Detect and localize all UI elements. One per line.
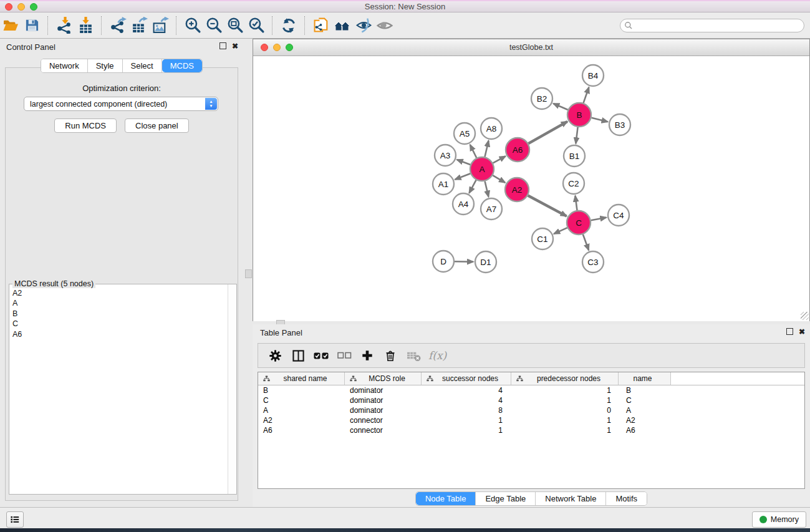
- graph-node-A7[interactable]: A7: [481, 198, 502, 220]
- first-neighbors-icon[interactable]: [332, 16, 353, 36]
- float-table-panel-icon[interactable]: [786, 328, 793, 335]
- graph-edge-C-C4[interactable]: [591, 218, 607, 221]
- tab-motifs[interactable]: Motifs: [606, 492, 647, 505]
- import-table-icon[interactable]: [75, 16, 96, 36]
- delete-table-icon[interactable]: [404, 346, 423, 365]
- criterion-dropdown[interactable]: largest connected component (directed) ▲…: [24, 97, 218, 111]
- table-cell[interactable]: 4: [422, 386, 511, 395]
- table-cell[interactable]: connector: [345, 426, 422, 435]
- graph-node-C3[interactable]: C3: [582, 251, 604, 273]
- graph-node-A1[interactable]: A1: [433, 173, 454, 195]
- graph-node-D[interactable]: D: [433, 251, 454, 272]
- table-cell[interactable]: 4: [422, 396, 511, 405]
- graph-edge-C-C2[interactable]: [576, 196, 577, 210]
- hide-selected-icon[interactable]: [353, 16, 374, 36]
- float-panel-icon[interactable]: [219, 42, 226, 49]
- column-header-name[interactable]: name: [619, 372, 671, 385]
- graph-edge-C-C3[interactable]: [583, 235, 589, 250]
- table-row[interactable]: A2connector11A2: [258, 415, 804, 425]
- graph-edge-A-A2[interactable]: [493, 175, 505, 183]
- network-canvas[interactable]: B4B2BB3A8A5A6A3B1AA1C2A2A4A7C4CC1C3DD1: [253, 56, 809, 321]
- graph-edge-A2-C[interactable]: [528, 195, 567, 216]
- table-cell[interactable]: A: [619, 406, 671, 415]
- graph-node-B[interactable]: B: [567, 103, 591, 127]
- table-row[interactable]: Bdominator41B: [258, 385, 804, 395]
- column-header-predecessor-nodes[interactable]: predecessor nodes: [511, 372, 619, 385]
- table-cell[interactable]: A2: [258, 416, 345, 425]
- deselect-all-rows-icon[interactable]: [335, 346, 354, 365]
- graph-edge-A-A1[interactable]: [455, 173, 471, 180]
- mcds-result-item[interactable]: B: [9, 309, 228, 319]
- graph-node-B4[interactable]: B4: [582, 65, 604, 86]
- graph-edge-B-B3[interactable]: [591, 118, 607, 122]
- graph-edge-B-B1[interactable]: [576, 127, 577, 143]
- table-row[interactable]: A6connector11A6: [258, 425, 804, 435]
- graph-node-B1[interactable]: B1: [564, 145, 585, 167]
- zoom-in-icon[interactable]: [182, 16, 203, 36]
- task-history-button[interactable]: [6, 511, 24, 528]
- graph-node-A6[interactable]: A6: [506, 138, 529, 162]
- vertical-split-handle[interactable]: [245, 269, 252, 278]
- search-input[interactable]: [620, 19, 804, 32]
- table-cell[interactable]: 1: [511, 386, 619, 395]
- create-network-from-selection-icon[interactable]: [311, 16, 332, 36]
- table-cell[interactable]: dominator: [345, 386, 422, 395]
- open-session-icon[interactable]: [0, 16, 21, 36]
- export-table-icon[interactable]: [128, 16, 150, 36]
- apply-layout-icon[interactable]: [278, 16, 299, 36]
- table-cell[interactable]: 1: [511, 416, 619, 425]
- table-cell[interactable]: dominator: [345, 396, 422, 405]
- table-cell[interactable]: A6: [619, 426, 671, 435]
- tab-edge-table[interactable]: Edge Table: [476, 492, 536, 505]
- graph-node-A4[interactable]: A4: [453, 193, 474, 215]
- network-window-titlebar[interactable]: testGlobe.txt: [253, 39, 809, 56]
- table-cell[interactable]: B: [258, 386, 345, 395]
- column-header-successor-nodes[interactable]: successor nodes: [422, 372, 511, 385]
- table-cell[interactable]: C: [619, 396, 671, 405]
- save-session-icon[interactable]: [21, 16, 42, 36]
- mcds-result-item[interactable]: A2: [9, 288, 228, 298]
- zoom-out-icon[interactable]: [203, 16, 224, 36]
- tab-style[interactable]: Style: [88, 59, 123, 72]
- tab-network-table[interactable]: Network Table: [536, 492, 606, 505]
- table-cell[interactable]: 1: [422, 426, 511, 435]
- graph-edge-A-A6[interactable]: [493, 157, 506, 163]
- import-network-icon[interactable]: [54, 16, 75, 36]
- graph-node-D1[interactable]: D1: [475, 251, 496, 273]
- memory-button[interactable]: Memory: [752, 511, 806, 528]
- zoom-selected-icon[interactable]: [246, 16, 267, 36]
- table-cell[interactable]: connector: [345, 416, 422, 425]
- close-panel-icon[interactable]: ✖: [232, 43, 238, 49]
- graph-edge-B-B2[interactable]: [553, 104, 567, 110]
- table-cell[interactable]: dominator: [345, 406, 422, 415]
- graph-edge-B-B4[interactable]: [584, 87, 589, 103]
- graph-node-A8[interactable]: A8: [481, 118, 502, 139]
- tab-node-table[interactable]: Node Table: [416, 492, 476, 505]
- result-scrollbar[interactable]: [228, 284, 236, 494]
- function-builder-icon[interactable]: f(x): [428, 349, 446, 362]
- table-cell[interactable]: B: [619, 386, 671, 395]
- tab-mcds[interactable]: MCDS: [162, 59, 202, 72]
- add-column-icon[interactable]: [358, 346, 377, 365]
- graph-node-C[interactable]: C: [567, 211, 591, 235]
- close-panel-button[interactable]: Close panel: [125, 118, 189, 133]
- graph-node-A2[interactable]: A2: [505, 178, 529, 201]
- export-network-icon[interactable]: [107, 16, 128, 36]
- run-mcds-button[interactable]: Run MCDS: [54, 118, 117, 133]
- column-visibility-icon[interactable]: [289, 346, 307, 365]
- graph-node-A[interactable]: A: [470, 157, 494, 181]
- table-settings-icon[interactable]: [266, 346, 284, 365]
- zoom-fit-icon[interactable]: [224, 16, 246, 36]
- table-cell[interactable]: 1: [511, 396, 619, 405]
- select-all-rows-icon[interactable]: [312, 346, 330, 365]
- graph-node-B3[interactable]: B3: [609, 114, 630, 135]
- delete-column-icon[interactable]: [381, 346, 400, 365]
- tab-network[interactable]: Network: [41, 59, 88, 72]
- table-cell[interactable]: A: [258, 406, 345, 415]
- tab-select[interactable]: Select: [123, 59, 162, 72]
- resize-grip-icon[interactable]: [801, 312, 809, 320]
- graph-edge-A-A8[interactable]: [485, 140, 488, 157]
- table-cell[interactable]: 1: [511, 426, 619, 435]
- table-row[interactable]: Cdominator41C: [258, 395, 804, 405]
- column-header-shared-name[interactable]: shared name: [258, 372, 345, 385]
